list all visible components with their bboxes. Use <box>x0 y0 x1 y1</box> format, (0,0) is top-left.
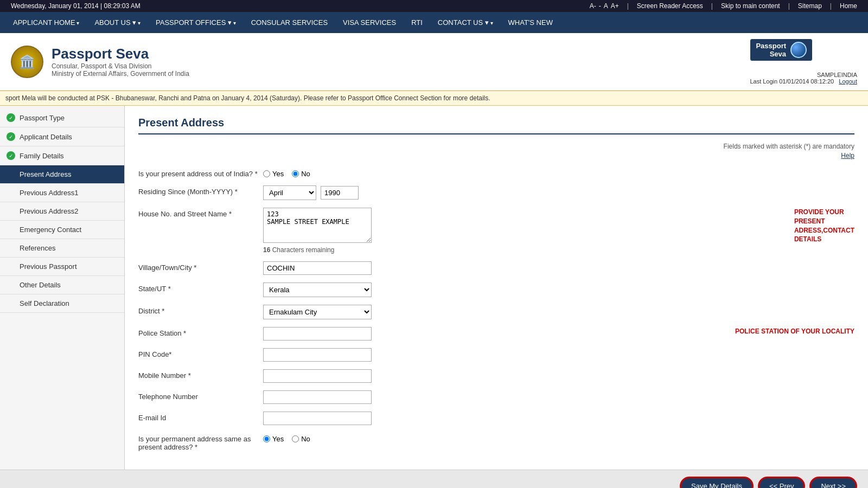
present-address-india-field: Yes No <box>263 168 854 178</box>
prev-button[interactable]: << Prev <box>758 477 806 488</box>
village-town-city-input[interactable] <box>263 261 372 275</box>
perm-no-label[interactable]: No <box>292 435 310 443</box>
site-subtitle2: Ministry of External Affairs, Government… <box>52 70 189 78</box>
sidebar-item-applicant-details[interactable]: ✓ Applicant Details <box>0 127 124 146</box>
pin-code-label: PIN Code* <box>138 348 263 358</box>
email-id-field <box>263 412 854 425</box>
mandatory-note: Fields marked with asterisk (*) are mand… <box>138 143 854 150</box>
font-normal[interactable]: A <box>604 2 608 10</box>
sidebar-item-family-details[interactable]: ✓ Family Details <box>0 146 124 165</box>
sidebar-label: Previous Address1 <box>20 189 78 197</box>
chars-remaining: 16 Characters remaining <box>263 246 783 254</box>
sidebar-item-previous-address1[interactable]: Previous Address1 <box>0 184 124 202</box>
no-radio[interactable] <box>292 170 299 177</box>
police-station-row: Police Station * POLICE STATION OF YOUR … <box>138 327 854 341</box>
perm-yes-radio[interactable] <box>263 435 270 442</box>
nav-passport-offices[interactable]: PASSPORT OFFICES ▾ <box>148 12 244 33</box>
sidebar-item-self-declaration[interactable]: Self Declaration <box>0 294 124 313</box>
nav-whats-new[interactable]: WHAT'S NEW <box>501 12 560 33</box>
house-street-field: 123 SAMPLE STREET EXAMPLE 16 Characters … <box>263 208 783 254</box>
sidebar-label: Other Details <box>20 281 61 289</box>
no-radio-label[interactable]: No <box>292 170 310 178</box>
pin-code-row: PIN Code* <box>138 348 854 362</box>
last-login-label: Last Login <box>750 78 777 85</box>
sidebar-label: Previous Passport <box>20 262 77 271</box>
district-label: District * <box>138 305 263 315</box>
help-link[interactable]: Help <box>138 152 854 159</box>
passport-seva-logo-box: Passport Seva <box>750 38 813 61</box>
permanent-address-label: Is your permanent address same as presen… <box>138 433 263 451</box>
sidebar-item-previous-address2[interactable]: Previous Address2 <box>0 202 124 221</box>
district-select[interactable]: Ernakulam City Thiruvananthapuram Kozhik… <box>263 305 372 319</box>
present-address-india-label: Is your present address out of India? * <box>138 168 263 178</box>
site-title: Passport Seva <box>52 46 189 62</box>
screen-reader-link[interactable]: Screen Reader Access <box>637 2 703 10</box>
year-input[interactable] <box>321 186 359 200</box>
font-small[interactable]: A- <box>590 2 596 10</box>
sidebar-label: Applicant Details <box>20 133 72 141</box>
district-row: District * Ernakulam City Thiruvananthap… <box>138 305 854 319</box>
residing-since-row: Residing Since (Month-YYYY) * JanuaryFeb… <box>138 185 854 200</box>
yes-radio[interactable] <box>263 170 270 177</box>
site-header: 🏛️ Passport Seva Consular, Passport & Vi… <box>0 33 868 91</box>
main-wrapper: ✓ Passport Type ✓ Applicant Details ✓ Fa… <box>0 106 868 470</box>
police-station-field <box>263 327 724 341</box>
sidebar-item-present-address[interactable]: Present Address <box>0 165 124 184</box>
sidebar-item-passport-type[interactable]: ✓ Passport Type <box>0 108 124 127</box>
pin-code-field <box>263 348 854 362</box>
perm-yes-label[interactable]: Yes <box>263 435 284 443</box>
sitemap-link[interactable]: Sitemap <box>798 2 822 10</box>
emblem-logo: 🏛️ <box>11 46 43 78</box>
present-address-india-row: Is your present address out of India? * … <box>138 168 854 178</box>
email-id-input[interactable] <box>263 412 372 425</box>
datetime: Wednesday, January 01, 2014 | 08:29:03 A… <box>11 2 141 10</box>
mobile-number-field <box>263 369 854 383</box>
sidebar-item-previous-passport[interactable]: Previous Passport <box>0 258 124 276</box>
font-separator: - <box>599 2 601 10</box>
email-id-row: E-mail Id <box>138 412 854 425</box>
sidebar-label: Present Address <box>20 170 71 178</box>
check-icon: ✓ <box>7 113 15 122</box>
sidebar-label: References <box>20 244 55 252</box>
nav-rti[interactable]: RTI <box>404 12 430 33</box>
month-select[interactable]: JanuaryFebruaryMarch AprilMayJune JulyAu… <box>263 185 316 200</box>
email-id-label: E-mail Id <box>138 412 263 422</box>
sidebar: ✓ Passport Type ✓ Applicant Details ✓ Fa… <box>0 106 125 470</box>
pin-code-input[interactable] <box>263 348 372 362</box>
mobile-number-label: Mobile Number * <box>138 369 263 380</box>
mobile-number-row: Mobile Number * <box>138 369 854 383</box>
village-town-city-label: Village/Town/City * <box>138 261 263 272</box>
nav-about-us[interactable]: ABOUT US ▾ <box>87 12 148 33</box>
yes-radio-label[interactable]: Yes <box>263 170 284 178</box>
nav-consular-services[interactable]: CONSULAR SERVICES <box>244 12 335 33</box>
address-hint: PROVIDE YOURPRESENTADRESS,CONTACTDETAILS <box>794 208 854 244</box>
house-street-row: House No. and Street Name * 123 SAMPLE S… <box>138 208 854 254</box>
mobile-number-input[interactable] <box>263 369 372 383</box>
sidebar-item-other-details[interactable]: Other Details <box>0 276 124 294</box>
nav-contact-us[interactable]: CONTACT US ▾ <box>430 12 501 33</box>
skip-to-main-link[interactable]: Skip to main content <box>721 2 780 10</box>
police-station-label: Police Station * <box>138 327 263 337</box>
state-ut-select[interactable]: Kerala Maharashtra Delhi Tamil Nadu <box>263 282 372 297</box>
home-link[interactable]: Home <box>840 2 857 10</box>
font-large[interactable]: A+ <box>611 2 619 10</box>
telephone-number-label: Telephone Number <box>138 390 263 401</box>
nav-visa-services[interactable]: VISA SERVICES <box>335 12 404 33</box>
sidebar-label: Family Details <box>20 152 64 160</box>
sidebar-label: Emergency Contact <box>20 226 81 234</box>
sidebar-item-references[interactable]: References <box>0 239 124 258</box>
nav-applicant-home[interactable]: APPLICANT HOME <box>5 12 87 33</box>
sidebar-item-emergency-contact[interactable]: Emergency Contact <box>0 221 124 239</box>
top-bar: Wednesday, January 01, 2014 | 08:29:03 A… <box>0 0 868 12</box>
police-station-hint: POLICE STATION OF YOUR LOCALITY <box>735 327 854 336</box>
save-my-details-button[interactable]: Save My Details <box>680 477 754 488</box>
perm-no-radio[interactable] <box>292 435 299 442</box>
permanent-address-field: Yes No <box>263 433 854 443</box>
check-icon: ✓ <box>7 151 15 160</box>
police-station-input[interactable] <box>263 327 372 341</box>
house-street-textarea[interactable]: 123 SAMPLE STREET EXAMPLE <box>263 208 372 243</box>
logout-button[interactable]: Logout <box>839 78 857 85</box>
telephone-number-input[interactable] <box>263 390 372 404</box>
buttons-area: Save My Details << Prev Next >> <box>0 470 868 488</box>
next-button[interactable]: Next >> <box>809 477 857 488</box>
